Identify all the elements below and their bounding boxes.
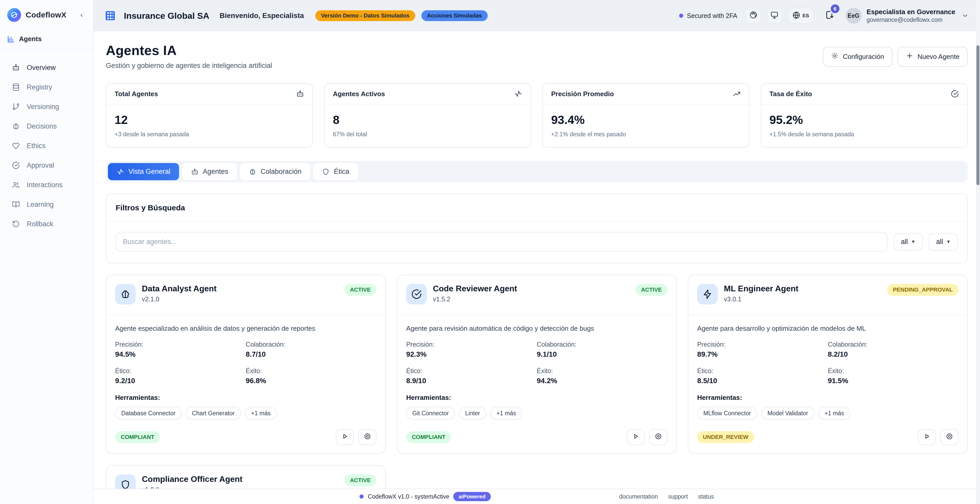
git-branch-icon bbox=[12, 103, 20, 111]
monitor-icon bbox=[770, 11, 778, 21]
agent-status-badge: ACTIVE bbox=[344, 284, 376, 296]
secured-label: Secured with 2FA bbox=[687, 12, 737, 19]
footer-link-status[interactable]: status bbox=[698, 493, 714, 500]
book-open-icon bbox=[12, 200, 20, 209]
check-circle-icon bbox=[951, 90, 959, 98]
avatar[interactable]: EeG bbox=[846, 8, 862, 24]
agent-card-head: ML Engineer Agent v3.0.1 PENDING_APPROVA… bbox=[688, 275, 967, 315]
run-agent-button[interactable] bbox=[336, 429, 354, 445]
agent-card: Compliance Officer Agent v1.2.0 ACTIVE A… bbox=[106, 465, 386, 488]
footer-link-support[interactable]: support bbox=[668, 493, 688, 500]
tool-chip: MLflow Connector bbox=[697, 407, 757, 420]
run-agent-button[interactable] bbox=[918, 429, 936, 445]
metric-label: Colaboración: bbox=[246, 341, 376, 348]
type-filter-value: all bbox=[901, 238, 908, 246]
footer-links: documentationsupportstatus bbox=[619, 493, 714, 500]
activity-icon bbox=[117, 168, 124, 175]
bot-icon bbox=[296, 90, 304, 98]
stat-value: 12 bbox=[115, 113, 304, 127]
compliance-badge: COMPLIANT bbox=[406, 431, 451, 443]
agent-description: Agente para revisión automática de códig… bbox=[406, 324, 668, 332]
scrollbar-thumb[interactable] bbox=[977, 45, 980, 185]
metric-value: 9.1/10 bbox=[537, 350, 667, 359]
new-agent-label: Nuevo Agente bbox=[918, 53, 959, 61]
eye-target-icon bbox=[364, 432, 371, 442]
configuration-label: Configuración bbox=[843, 53, 884, 61]
sidebar-item-label: Registry bbox=[27, 83, 52, 91]
metric-label: Colaboración: bbox=[828, 341, 958, 348]
chevron-down-icon[interactable] bbox=[961, 12, 969, 19]
search-input[interactable] bbox=[116, 232, 888, 252]
eye-target-icon bbox=[945, 432, 953, 442]
metric-value: 89.7% bbox=[697, 350, 827, 359]
tools-label: Herramientas: bbox=[697, 394, 958, 402]
shield-icon bbox=[115, 474, 136, 488]
bot-icon bbox=[191, 168, 199, 175]
tab-vista-general[interactable]: Vista General bbox=[108, 163, 179, 180]
stat-caption: +2.1% desde el mes pasado bbox=[551, 131, 741, 138]
brand: CodeflowX ‹ bbox=[0, 0, 93, 30]
status-filter-value: all bbox=[936, 238, 943, 246]
gear-icon bbox=[831, 52, 839, 61]
agent-status-badge: PENDING_APPROVAL bbox=[887, 284, 958, 296]
language-button[interactable]: ES bbox=[788, 8, 813, 24]
view-agent-button[interactable] bbox=[358, 429, 376, 445]
view-agent-button[interactable] bbox=[940, 429, 958, 445]
agent-metrics: Precisión: 94.5% Colaboración: 8.7/10 Ét… bbox=[115, 341, 376, 385]
status-dot-icon bbox=[360, 494, 364, 499]
compliance-badge: COMPLIANT bbox=[115, 431, 160, 443]
agent-name: Code Reviewer Agent bbox=[433, 284, 517, 293]
stat-card-head: Agentes Activos bbox=[325, 84, 531, 105]
run-agent-button[interactable] bbox=[627, 429, 645, 445]
sidebar-item-decisions[interactable]: Decisions bbox=[0, 118, 93, 135]
content: Agentes IA Gestión y gobierno de agentes… bbox=[94, 31, 980, 488]
sidebar-collapse-button[interactable]: ‹ bbox=[77, 10, 86, 20]
footer-link-documentation[interactable]: documentation bbox=[619, 493, 658, 500]
stat-card-body: 8 67% del total bbox=[325, 105, 531, 147]
agents-grid: Data Analyst Agent v2.1.0 ACTIVE Agente … bbox=[106, 274, 968, 488]
sidebar-item-approval[interactable]: Approval bbox=[0, 156, 93, 174]
new-agent-button[interactable]: Nuevo Agente bbox=[897, 47, 968, 67]
view-agent-button[interactable] bbox=[649, 429, 667, 445]
metric-label: Precisión: bbox=[115, 341, 246, 348]
play-icon bbox=[632, 432, 640, 442]
app: CodeflowX ‹ Agents OverviewRegistryVersi… bbox=[0, 0, 980, 504]
tool-chips: MLflow ConnectorModel Validator+1 más bbox=[697, 407, 958, 420]
agent-card-body: Agente especializado en análisis de dato… bbox=[107, 315, 385, 453]
notifications-button[interactable]: 6 bbox=[821, 7, 838, 24]
configuration-button[interactable]: Configuración bbox=[823, 47, 892, 67]
metric-label: Precisión: bbox=[697, 341, 827, 348]
metric-label: Ético: bbox=[697, 367, 827, 375]
tab-agentes[interactable]: Agentes bbox=[182, 163, 237, 180]
metric-value: 8.9/10 bbox=[406, 377, 537, 385]
sidebar-nav: OverviewRegistryVersioningDecisionsEthic… bbox=[0, 49, 93, 242]
scrollbar[interactable] bbox=[976, 0, 980, 504]
agent-description: Agente para desarrollo y optimización de… bbox=[697, 324, 958, 332]
metric-label: Ético: bbox=[115, 367, 246, 375]
sidebar-item-registry[interactable]: Registry bbox=[0, 78, 93, 96]
sidebar-item-learning[interactable]: Learning bbox=[0, 196, 93, 213]
sidebar-item-interactions[interactable]: Interactions bbox=[0, 176, 93, 194]
tab-ética[interactable]: Ética bbox=[313, 163, 358, 180]
sidebar-item-overview[interactable]: Overview bbox=[0, 59, 93, 77]
status-filter-dropdown[interactable]: all ▼ bbox=[929, 233, 958, 250]
sidebar-item-versioning[interactable]: Versioning bbox=[0, 98, 93, 115]
sidebar-item-ethics[interactable]: Ethics bbox=[0, 137, 93, 155]
topbar-right: Secured with 2FA ES bbox=[679, 7, 969, 24]
stat-card-body: 93.4% +2.1% desde el mes pasado bbox=[543, 105, 749, 147]
display-mode-button[interactable] bbox=[767, 8, 783, 24]
agent-version: v1.5.2 bbox=[433, 295, 517, 303]
activity-icon bbox=[514, 90, 522, 98]
metric-value: 94.2% bbox=[537, 377, 667, 385]
type-filter-dropdown[interactable]: all ▼ bbox=[894, 233, 923, 250]
theme-palette-button[interactable] bbox=[745, 8, 761, 24]
stat-card-body: 12 +3 desde la semana pasada bbox=[107, 105, 312, 147]
metric-label: Éxito: bbox=[246, 367, 376, 375]
tab-colaboración[interactable]: Colaboración bbox=[240, 163, 310, 180]
metric: Ético: 8.5/10 bbox=[697, 367, 827, 385]
stat-card-head: Total Agentes bbox=[107, 84, 312, 105]
agent-card: Data Analyst Agent v2.1.0 ACTIVE Agente … bbox=[106, 274, 386, 454]
sidebar-item-rollback[interactable]: Rollback bbox=[0, 215, 93, 233]
metric: Colaboración: 8.7/10 bbox=[246, 341, 376, 359]
stat-card: Total Agentes 12 +3 desde la semana pasa… bbox=[106, 83, 313, 148]
